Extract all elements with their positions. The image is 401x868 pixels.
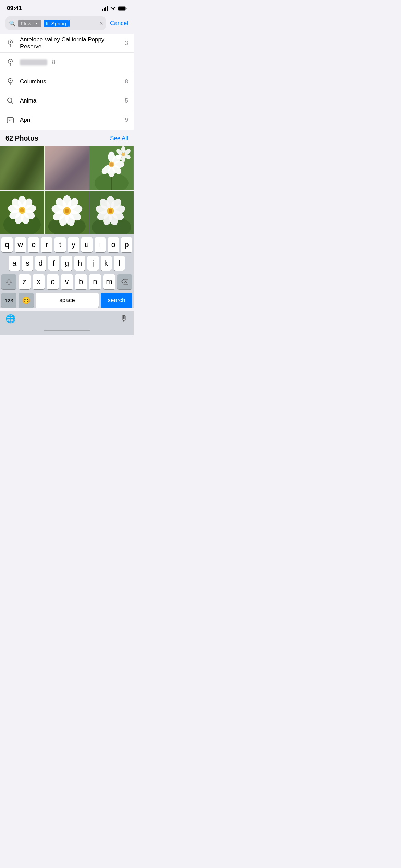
key-space[interactable]: space bbox=[36, 293, 99, 308]
svg-point-58 bbox=[65, 209, 69, 213]
spring-calendar-icon: 🗓 bbox=[46, 21, 50, 26]
keyboard-bottom-row: 🌐 🎙 bbox=[0, 311, 134, 328]
keyboard-row-2: a s d f g h j k l bbox=[1, 256, 132, 271]
key-q[interactable]: q bbox=[1, 237, 13, 252]
svg-rect-1 bbox=[104, 8, 105, 11]
suggestion-animal[interactable]: Animal 5 bbox=[0, 91, 134, 110]
key-u[interactable]: u bbox=[81, 237, 93, 252]
pin-icon-3 bbox=[5, 77, 15, 86]
key-x[interactable]: x bbox=[33, 274, 45, 289]
flower-photo-svg bbox=[89, 146, 134, 190]
keyboard: q w e r t y u i o p a s d f g h j k l z … bbox=[0, 234, 134, 308]
photos-section-header: 62 Photos See All bbox=[0, 130, 134, 146]
key-search[interactable]: search bbox=[101, 293, 132, 308]
delete-icon bbox=[121, 279, 128, 285]
key-w[interactable]: w bbox=[15, 237, 26, 252]
pin-icon bbox=[5, 38, 15, 48]
shift-icon bbox=[6, 279, 12, 285]
suggestion-count-april: 9 bbox=[125, 117, 128, 123]
search-field[interactable]: 🔍 Flowers 🗓 Spring × bbox=[5, 16, 106, 30]
key-shift[interactable] bbox=[1, 274, 16, 289]
suggestion-columbus[interactable]: Columbus 8 bbox=[0, 72, 134, 91]
svg-point-7 bbox=[10, 41, 11, 43]
svg-rect-0 bbox=[102, 9, 103, 11]
svg-point-32 bbox=[122, 153, 125, 156]
key-y[interactable]: y bbox=[68, 237, 79, 252]
token-flowers[interactable]: Flowers bbox=[18, 20, 41, 27]
keyboard-row-3: z x c v b n m bbox=[1, 274, 132, 289]
signal-icon bbox=[102, 6, 108, 11]
token-spring[interactable]: 🗓 Spring bbox=[44, 20, 69, 27]
svg-text:31: 31 bbox=[9, 120, 12, 123]
suggestion-count-blurred: 8 bbox=[52, 59, 55, 66]
key-s[interactable]: s bbox=[22, 256, 33, 271]
pin-icon-2 bbox=[5, 58, 15, 67]
key-i[interactable]: i bbox=[95, 237, 106, 252]
key-p[interactable]: p bbox=[121, 237, 132, 252]
key-n[interactable]: n bbox=[89, 274, 101, 289]
keyboard-row-4: 123 😊 space search bbox=[1, 293, 132, 308]
svg-point-71 bbox=[109, 209, 112, 213]
key-f[interactable]: f bbox=[48, 256, 59, 271]
key-t[interactable]: t bbox=[54, 237, 66, 252]
suggestion-count-antelope: 3 bbox=[125, 40, 128, 47]
suggestion-text-animal: Animal bbox=[20, 97, 120, 104]
key-delete[interactable] bbox=[117, 274, 132, 289]
key-h[interactable]: h bbox=[74, 256, 85, 271]
wifi-icon bbox=[110, 6, 116, 11]
photo-cell-5[interactable] bbox=[45, 191, 89, 235]
svg-rect-5 bbox=[118, 7, 125, 10]
photo-cell-2[interactable] bbox=[45, 146, 89, 190]
photo-cell-3[interactable] bbox=[89, 146, 134, 190]
suggestion-blurred[interactable]: 8 bbox=[0, 53, 134, 72]
photo-cell-4[interactable] bbox=[0, 191, 44, 235]
svg-rect-2 bbox=[105, 7, 106, 11]
suggestion-antelope[interactable]: Antelope Valley California Poppy Reserve… bbox=[0, 34, 134, 53]
key-c[interactable]: c bbox=[47, 274, 59, 289]
key-123[interactable]: 123 bbox=[1, 293, 16, 308]
suggestion-text-blurred bbox=[20, 59, 47, 65]
search-icon: 🔍 bbox=[9, 20, 16, 27]
key-z[interactable]: z bbox=[19, 274, 31, 289]
key-r[interactable]: r bbox=[41, 237, 52, 252]
key-j[interactable]: j bbox=[87, 256, 98, 271]
mic-icon[interactable]: 🎙 bbox=[120, 314, 128, 324]
photo-cell-6[interactable] bbox=[89, 191, 134, 235]
key-k[interactable]: k bbox=[101, 256, 112, 271]
see-all-button[interactable]: See All bbox=[110, 135, 128, 142]
key-b[interactable]: b bbox=[75, 274, 87, 289]
key-v[interactable]: v bbox=[61, 274, 73, 289]
key-l[interactable]: l bbox=[114, 256, 125, 271]
token-spring-label: Spring bbox=[51, 21, 66, 26]
photo-cell-1[interactable] bbox=[0, 146, 44, 190]
svg-point-25 bbox=[110, 162, 113, 166]
photos-count-title: 62 Photos bbox=[5, 134, 38, 142]
svg-point-45 bbox=[20, 208, 24, 212]
status-bar: 09:41 bbox=[0, 0, 134, 14]
suggestions-list: Antelope Valley California Poppy Reserve… bbox=[0, 34, 134, 130]
photo-grid bbox=[0, 146, 134, 234]
key-d[interactable]: d bbox=[35, 256, 46, 271]
search-icon-2 bbox=[5, 96, 15, 106]
key-m[interactable]: m bbox=[103, 274, 115, 289]
key-o[interactable]: o bbox=[108, 237, 119, 252]
suggestion-text-april: April bbox=[20, 117, 120, 123]
keyboard-row-1: q w e r t y u i o p bbox=[1, 237, 132, 252]
key-e[interactable]: e bbox=[28, 237, 39, 252]
status-time: 09:41 bbox=[7, 5, 22, 12]
calendar-icon: 31 bbox=[5, 115, 15, 125]
key-emoji[interactable]: 😊 bbox=[19, 293, 34, 308]
status-icons bbox=[102, 6, 127, 11]
suggestion-april[interactable]: 31 April 9 bbox=[0, 110, 134, 130]
clear-button[interactable]: × bbox=[100, 20, 104, 27]
suggestion-count-animal: 5 bbox=[125, 97, 128, 104]
suggestion-text-columbus: Columbus bbox=[20, 78, 120, 85]
key-g[interactable]: g bbox=[61, 256, 72, 271]
home-bar bbox=[44, 330, 90, 331]
cancel-button[interactable]: Cancel bbox=[110, 20, 128, 27]
globe-icon[interactable]: 🌐 bbox=[5, 314, 16, 324]
key-a[interactable]: a bbox=[9, 256, 20, 271]
flower-photo-svg-5 bbox=[45, 191, 89, 235]
battery-icon bbox=[118, 6, 127, 11]
svg-point-9 bbox=[10, 60, 11, 62]
